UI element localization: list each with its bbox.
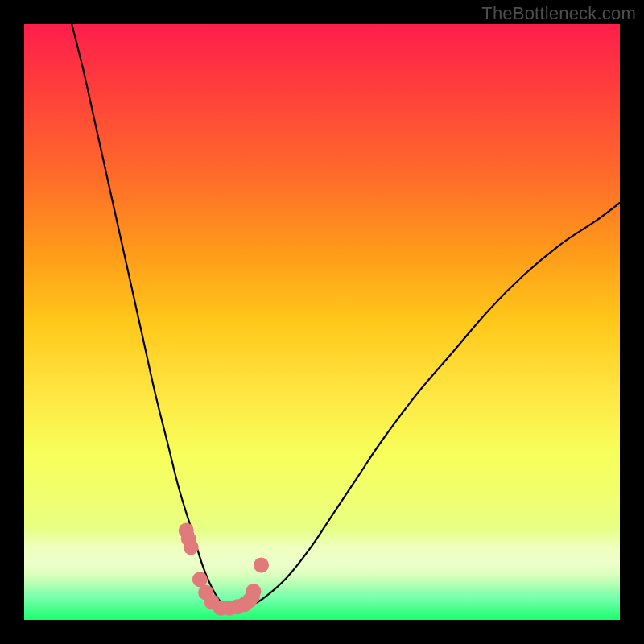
marker-dot <box>246 584 261 599</box>
bottleneck-curve <box>72 24 620 609</box>
marker-dot <box>237 597 252 612</box>
marker-dot <box>181 531 196 547</box>
marker-group <box>179 523 269 616</box>
marker-dot <box>222 601 237 616</box>
marker-dot <box>245 589 260 605</box>
marker-dot <box>229 599 245 614</box>
pale-band <box>24 528 620 592</box>
curve-layer <box>24 24 620 620</box>
marker-dot <box>254 557 269 572</box>
chart-frame: TheBottleneck.com <box>0 0 644 644</box>
marker-dot <box>242 593 257 609</box>
marker-dot <box>198 584 213 600</box>
marker-dot <box>204 594 220 609</box>
marker-dot <box>184 539 199 555</box>
plot-area <box>24 24 620 620</box>
marker-dot <box>213 601 229 616</box>
marker-dot <box>179 523 194 539</box>
watermark-text: TheBottleneck.com <box>481 3 636 24</box>
marker-dot <box>192 572 208 587</box>
